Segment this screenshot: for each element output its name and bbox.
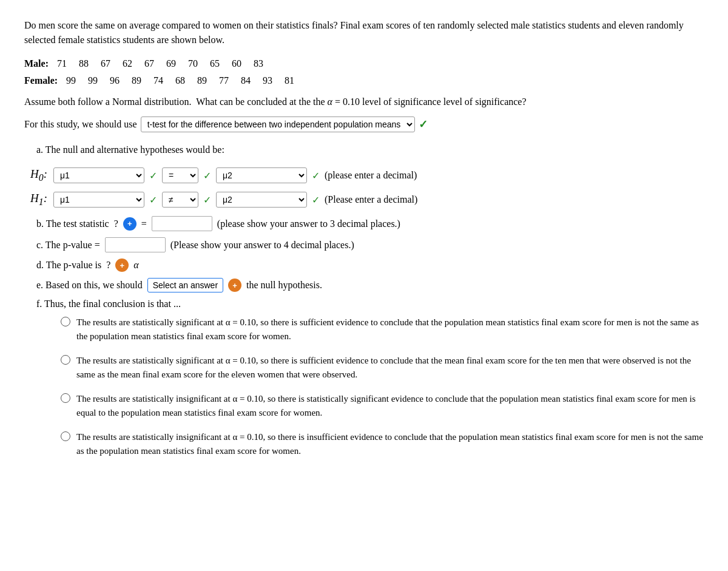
male-val-4: 62 — [123, 58, 132, 69]
h0-right-check: ✓ — [312, 170, 320, 181]
male-label: Male: — [24, 58, 49, 69]
part-d-orange-btn[interactable]: + — [115, 258, 129, 272]
part-b-blue-btn[interactable]: + — [123, 217, 136, 231]
conclusions-block: The results are statistically significan… — [61, 316, 704, 458]
part-c-label: c. The p-value = — [36, 240, 100, 251]
female-val-11: 81 — [285, 75, 294, 86]
h1-middle-check: ✓ — [203, 194, 211, 206]
h1-left-check: ✓ — [149, 194, 157, 206]
part-f-label: f. Thus, the final conclusion is that ..… — [36, 299, 181, 309]
conclusion-radio-1[interactable] — [61, 317, 70, 326]
part-d-alpha: α — [133, 260, 138, 271]
conclusion-item-3: The results are statistically insignific… — [61, 392, 704, 419]
h1-right-check: ✓ — [312, 194, 320, 206]
conclusion-radio-3[interactable] — [61, 393, 70, 403]
hypothesis-block: H0: μ1 μ2 ✓ = ≠ < > ✓ μ2 μ1 ✓ (please en… — [30, 167, 704, 208]
h0-hint: (please enter a decimal) — [325, 170, 417, 181]
h0-symbol: H0: — [30, 167, 49, 183]
part-b-equals: = — [141, 218, 147, 229]
part-e-orange-btn[interactable]: + — [228, 279, 241, 292]
female-val-5: 74 — [153, 75, 163, 86]
h1-right-select[interactable]: μ2 μ1 — [216, 192, 307, 208]
male-val-5: 67 — [144, 58, 154, 69]
intro-text: Do men score the same on average compare… — [24, 18, 704, 47]
study-use-prefix: For this study, we should use — [24, 119, 137, 130]
part-b-hint: (please show your answer to 3 decimal pl… — [217, 218, 400, 229]
male-val-10: 83 — [254, 58, 263, 69]
study-use-checkmark: ✓ — [419, 118, 428, 131]
male-data-row: Male: 71 88 67 62 67 69 70 65 60 83 — [24, 58, 704, 69]
conclusion-text-4: The results are statistically insignific… — [76, 430, 704, 458]
conclusion-item-4: The results are statistically insignific… — [61, 430, 704, 458]
female-values: 99 99 96 89 74 68 89 77 84 93 81 — [66, 75, 294, 86]
h1-row: H1: μ1 μ2 ✓ ≠ = < > ✓ μ2 μ1 ✓ (Please en… — [30, 192, 704, 208]
female-val-3: 96 — [110, 75, 120, 86]
male-values: 71 88 67 62 67 69 70 65 60 83 — [57, 58, 263, 69]
conclusion-text-3: The results are statistically insignific… — [76, 392, 704, 419]
part-f-row: f. Thus, the final conclusion is that ..… — [36, 299, 704, 309]
conclusion-text-1: The results are statistically significan… — [76, 316, 704, 343]
female-val-8: 77 — [219, 75, 229, 86]
part-c-input[interactable] — [105, 237, 166, 252]
h1-left-select[interactable]: μ1 μ2 — [53, 192, 144, 208]
conclusion-text-2: The results are statistically significan… — [76, 354, 704, 381]
conclusion-item-2: The results are statistically significan… — [61, 354, 704, 381]
part-b-question-mark: ? — [114, 218, 118, 229]
male-val-6: 69 — [166, 58, 176, 69]
study-use-select[interactable]: t-test for the difference between two in… — [141, 117, 415, 132]
female-val-7: 89 — [197, 75, 207, 86]
h0-row: H0: μ1 μ2 ✓ = ≠ < > ✓ μ2 μ1 ✓ (please en… — [30, 167, 704, 183]
h1-hint: (Please enter a decimal) — [325, 194, 417, 205]
part-e-label: e. Based on this, we should — [36, 280, 143, 291]
part-d-row: d. The p-value is ? + α — [36, 258, 704, 272]
study-use-row: For this study, we should use t-test for… — [24, 117, 704, 132]
h0-left-check: ✓ — [149, 170, 157, 181]
female-val-4: 89 — [132, 75, 141, 86]
h0-middle-check: ✓ — [203, 170, 211, 181]
part-c-hint: (Please show your answer to 4 decimal pl… — [170, 240, 354, 251]
part-c-row: c. The p-value = (Please show your answe… — [36, 237, 704, 252]
part-b-row: b. The test statistic ? + = (please show… — [36, 216, 704, 231]
section-a-label: a. The null and alternative hypotheses w… — [36, 144, 704, 155]
part-b-input[interactable] — [152, 216, 212, 231]
part-d-question-mark: ? — [106, 260, 110, 271]
female-label: Female: — [24, 75, 58, 86]
assume-text: Assume both follow a Normal distribution… — [24, 95, 704, 109]
part-e-suffix: the null hypothesis. — [246, 280, 322, 291]
female-data-row: Female: 99 99 96 89 74 68 89 77 84 93 81 — [24, 75, 704, 86]
female-val-6: 68 — [175, 75, 185, 86]
male-val-2: 88 — [79, 58, 89, 69]
female-val-10: 93 — [263, 75, 272, 86]
h0-left-select[interactable]: μ1 μ2 — [53, 167, 144, 183]
conclusion-item-1: The results are statistically significan… — [61, 316, 704, 343]
h0-right-select[interactable]: μ2 μ1 — [216, 167, 307, 183]
part-b-label: b. The test statistic — [36, 218, 109, 229]
female-val-2: 99 — [88, 75, 98, 86]
male-val-8: 65 — [210, 58, 220, 69]
part-d-label: d. The p-value is — [36, 260, 101, 271]
male-val-9: 60 — [232, 58, 241, 69]
female-val-9: 84 — [241, 75, 251, 86]
part-e-row: e. Based on this, we should Select an an… — [36, 278, 704, 292]
part-e-select-btn[interactable]: Select an answer — [147, 278, 223, 292]
male-val-3: 67 — [101, 58, 110, 69]
female-val-1: 99 — [66, 75, 76, 86]
h0-middle-select[interactable]: = ≠ < > — [162, 167, 198, 183]
conclusion-radio-2[interactable] — [61, 355, 70, 365]
male-val-1: 71 — [57, 58, 67, 69]
h1-middle-select[interactable]: ≠ = < > — [162, 192, 198, 208]
conclusion-radio-4[interactable] — [61, 431, 70, 441]
male-val-7: 70 — [188, 58, 198, 69]
h1-symbol: H1: — [30, 192, 49, 208]
